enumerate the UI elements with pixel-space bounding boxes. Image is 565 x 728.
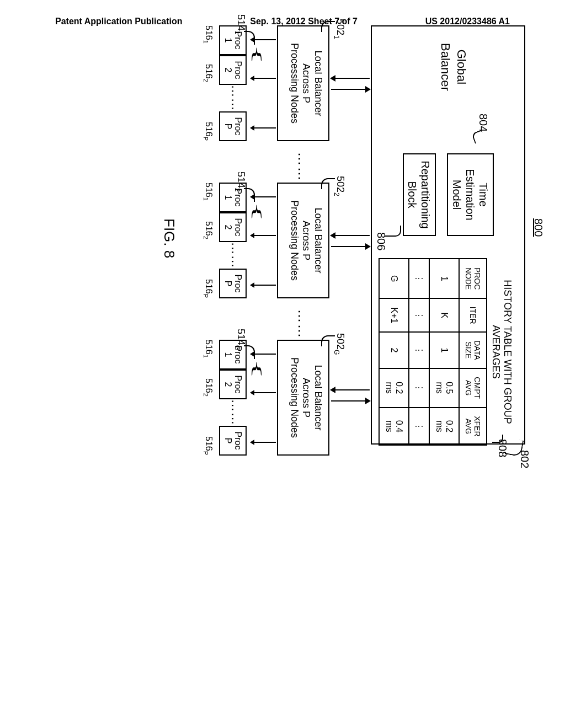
table-row: G K+1 2 0.2 ms 0.4 ms — [379, 259, 409, 445]
arrow-up-icon — [331, 246, 370, 247]
proc-row-G: Proc 1 Proc 2 ⋯⋯ Proc P — [219, 340, 247, 456]
ref-800: 800 — [532, 218, 545, 237]
arrow-down-icon — [331, 235, 370, 236]
local-group-1: 5021 Local Balancer Across P Processing … — [219, 25, 329, 141]
figure-8-diagram: 800 802 804 806 808 Global Balancer Time… — [139, 14, 525, 728]
col-iter: ITER — [459, 298, 487, 332]
ref-516-1: 5161 — [202, 25, 214, 44]
leader-502-1 — [321, 21, 335, 32]
ref-516-P: 516P — [202, 122, 214, 141]
arrow-up-icon — [331, 400, 370, 402]
history-title: HISTORY TABLE WITH GROUP AVERAGES — [490, 258, 513, 446]
brace-icon: ⏟ — [252, 45, 262, 120]
ref-516-P: 516P — [202, 279, 214, 298]
figure-label: FIG. 8 — [161, 218, 178, 258]
leader-514-1 — [244, 31, 255, 45]
proc-dots-icon: ⋯⋯ — [226, 85, 240, 111]
brace-icon: ⏟ — [252, 360, 262, 435]
col-cmpt-avg: CMPT AVG — [459, 368, 487, 408]
arrow-down-icon — [251, 285, 276, 286]
group-dots-icon: ⋯⋯ — [292, 152, 307, 182]
arrow-down-icon — [331, 78, 370, 79]
leader-514-G — [244, 345, 255, 359]
diagram-content: 800 802 804 806 808 Global Balancer Time… — [0, 92, 565, 656]
brace-icon: ⏟ — [252, 202, 262, 277]
arrow-down-icon — [251, 442, 276, 443]
ref-516-1: 5161 — [202, 183, 214, 201]
arrow-down-icon — [331, 389, 370, 390]
local-balancer-box-G: Local Balancer Across P Processing Nodes — [277, 340, 329, 456]
proc-2: Proc 2 — [219, 370, 247, 399]
proc-2: Proc 2 — [219, 212, 247, 242]
leader-514-2 — [244, 188, 255, 202]
proc-P: Proc P — [219, 269, 247, 298]
local-balancer-box-2: Local Balancer Across P Processing Nodes — [277, 183, 329, 298]
local-group-2: 5022 Local Balancer Across P Processing … — [219, 183, 329, 298]
history-table-wrap: HISTORY TABLE WITH GROUP AVERAGES PROC N… — [379, 258, 513, 446]
ref-516-1: 5161 — [202, 340, 214, 358]
ref-516-2: 5162 — [202, 378, 214, 397]
proc-P: Proc P — [219, 426, 247, 456]
local-group-G: 502G Local Balancer Across P Processing … — [219, 340, 329, 456]
table-row: ⋮ ⋮ ⋮ ⋮ ⋮ — [409, 259, 429, 445]
proc-dots-icon: ⋯⋯ — [226, 242, 240, 269]
col-data-size: DATA SIZE — [459, 332, 487, 368]
ref-516-2: 5162 — [202, 221, 214, 239]
proc-row-1: Proc 1 Proc 2 ⋯⋯ Proc P — [219, 25, 247, 141]
leader-502-G — [321, 335, 335, 346]
proc-P: Proc P — [219, 111, 247, 141]
global-balancer-title: Global Balancer — [438, 43, 469, 91]
table-header-row: PROC NODE ITER DATA SIZE CMPT AVG XFER A… — [459, 259, 487, 445]
col-xfer-avg: XFER AVG — [459, 408, 487, 445]
proc-2: Proc 2 — [219, 55, 247, 85]
arrow-up-icon — [331, 89, 370, 90]
group-dots-icon: ⋯⋯ — [292, 309, 307, 339]
ref-516-2: 5162 — [202, 64, 214, 82]
global-balancer-box: Global Balancer Time Estimation Model Re… — [371, 25, 525, 445]
arrow-down-icon — [251, 127, 276, 129]
leader-502-2 — [321, 178, 335, 189]
ref-516-P: 516P — [202, 436, 214, 455]
col-proc-node: PROC NODE — [459, 259, 487, 298]
repartitioning-box: Repartitioning Block — [403, 153, 436, 236]
table-row: 1 K 1 0.5 ms 0.2 ms — [429, 259, 459, 445]
proc-row-2: Proc 1 Proc 2 ⋯⋯ Proc P — [219, 183, 247, 298]
proc-dots-icon: ⋯⋯ — [226, 399, 240, 426]
time-estimation-box: Time Estimation Model — [447, 153, 494, 236]
local-balancer-box-1: Local Balancer Across P Processing Nodes — [277, 25, 329, 141]
history-table: PROC NODE ITER DATA SIZE CMPT AVG XFER A… — [379, 258, 487, 446]
